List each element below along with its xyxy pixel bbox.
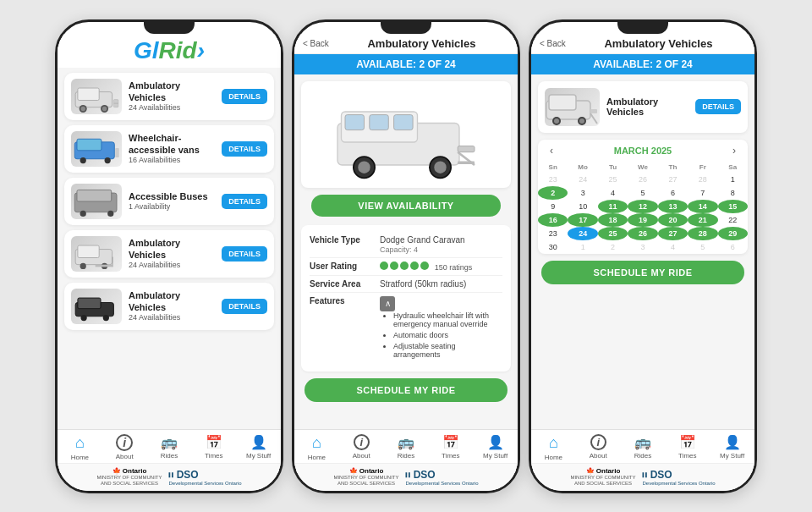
calendar-day[interactable]: 27: [658, 227, 688, 240]
calendar-next[interactable]: ›: [729, 145, 739, 157]
rides-icon: 🚌: [398, 434, 414, 450]
dso-logo: ▌▌ DSO Developmental Services Ontario: [169, 469, 242, 486]
back-button[interactable]: < Back: [540, 39, 566, 48]
calendar-day[interactable]: 3: [628, 240, 657, 254]
details-button[interactable]: DETAILS: [222, 299, 267, 314]
schedule-ride-button[interactable]: SCHEDULE MY RIDE: [304, 378, 508, 402]
ontario-logo: 🍁 Ontario MINISTRY OF COMMUNITY AND SOCI…: [333, 467, 398, 487]
about-icon: i: [116, 434, 133, 451]
calendar-day[interactable]: 5: [688, 240, 717, 254]
calendar-day[interactable]: 2: [538, 186, 568, 200]
weekday-we: We: [628, 162, 657, 173]
calendar-day[interactable]: 28: [688, 173, 717, 186]
calendar-body: 2324252627281234567891011121314151617181…: [538, 173, 748, 254]
calendar-day[interactable]: 1: [718, 173, 748, 186]
svg-rect-21: [95, 264, 112, 267]
calendar-day[interactable]: 25: [598, 227, 628, 240]
nav-rides-label: Rides: [634, 452, 651, 460]
details-button[interactable]: DETAILS: [222, 89, 267, 104]
nav-rides[interactable]: 🚌 Rides: [151, 434, 187, 461]
nav-mystuff[interactable]: 👤 My Stuff: [478, 434, 513, 461]
svg-rect-30: [370, 114, 389, 129]
calendar-day[interactable]: 25: [598, 173, 628, 186]
schedule-ride-button[interactable]: SCHEDULE MY RIDE: [541, 261, 744, 284]
calendar-day[interactable]: 29: [718, 227, 748, 240]
dso-abbr: DSO: [650, 469, 672, 481]
calendar-day[interactable]: 22: [718, 213, 748, 227]
nav-about[interactable]: i About: [343, 434, 379, 461]
calendar-row: 30123456: [538, 240, 748, 254]
vehicle-name: Ambulatory Vehicles: [129, 238, 215, 260]
calendar-day[interactable]: 27: [658, 173, 688, 186]
vehicle-availability: 16 Availabilities: [129, 156, 215, 164]
calendar-day[interactable]: 19: [628, 213, 657, 227]
calendar-day[interactable]: 30: [538, 240, 568, 254]
vehicle-thumbnail: [71, 79, 122, 114]
calendar-day[interactable]: 26: [628, 173, 657, 186]
calendar-day[interactable]: 8: [718, 186, 748, 200]
phone-notch: [144, 22, 195, 34]
calendar-day[interactable]: 13: [658, 200, 688, 213]
features-toggle[interactable]: ∧: [380, 296, 395, 311]
vehicle-thumbnail: [545, 88, 600, 126]
nav-about[interactable]: i About: [107, 434, 142, 461]
calendar-day[interactable]: 3: [568, 186, 597, 200]
calendar-day[interactable]: 23: [538, 173, 568, 186]
calendar-day[interactable]: 9: [538, 200, 568, 213]
calendar-day[interactable]: 1: [568, 240, 597, 254]
feature-item: Hydraulic wheelchair lift with emergency…: [393, 311, 502, 328]
mystuff-icon: 👤: [724, 434, 741, 450]
nav-times[interactable]: 📅 Times: [433, 434, 469, 461]
details-button[interactable]: DETAILS: [222, 246, 267, 262]
view-availability-button[interactable]: VIEW AVAILABILITY: [311, 195, 501, 217]
availability-banner: AVAILABLE: 2 OF 24: [294, 54, 518, 74]
nav-rides[interactable]: 🚌 Rides: [388, 434, 424, 461]
calendar-day[interactable]: 18: [598, 213, 628, 227]
calendar-day[interactable]: 5: [628, 186, 657, 200]
nav-times[interactable]: 📅 Times: [196, 434, 232, 461]
calendar-day[interactable]: 21: [688, 213, 717, 227]
rating-stars: [380, 262, 429, 270]
nav-about[interactable]: i About: [580, 434, 616, 461]
calendar-day[interactable]: 24: [568, 173, 597, 186]
vehicle-availability: 1 Availability: [129, 202, 215, 211]
info-row-rating: User Rating 150 ratings: [310, 258, 502, 276]
calendar-day[interactable]: 14: [688, 200, 717, 213]
nav-home[interactable]: ⌂ Home: [299, 434, 334, 461]
nav-rides[interactable]: 🚌 Rides: [625, 434, 661, 461]
svg-rect-24: [77, 298, 100, 309]
back-button[interactable]: < Back: [303, 39, 329, 48]
nav-mystuff[interactable]: 👤 My Stuff: [241, 434, 277, 461]
calendar-day[interactable]: 17: [568, 213, 597, 227]
calendar-day[interactable]: 7: [688, 186, 717, 200]
calendar-day[interactable]: 4: [658, 240, 688, 254]
calendar-day[interactable]: 26: [628, 227, 657, 240]
calendar-day[interactable]: 20: [658, 213, 688, 227]
details-button[interactable]: DETAILS: [222, 141, 267, 157]
nav-mystuff[interactable]: 👤 My Stuff: [715, 434, 750, 461]
calendar-day[interactable]: 2: [598, 240, 628, 254]
calendar-day[interactable]: 28: [688, 227, 717, 240]
nav-times[interactable]: 📅 Times: [670, 434, 705, 461]
calendar-day[interactable]: 4: [598, 186, 628, 200]
calendar-day[interactable]: 12: [628, 200, 657, 213]
calendar-day[interactable]: 23: [538, 227, 568, 240]
calendar-day[interactable]: 24: [568, 227, 597, 240]
calendar-day[interactable]: 6: [718, 240, 748, 254]
nav-home[interactable]: ⌂ Home: [535, 434, 571, 461]
calendar-day[interactable]: 6: [658, 186, 688, 200]
calendar-day[interactable]: 16: [538, 213, 568, 227]
nav-home[interactable]: ⌂ Home: [62, 434, 97, 461]
svg-rect-45: [590, 109, 597, 113]
calendar-day[interactable]: 15: [718, 200, 748, 213]
calendar-prev[interactable]: ‹: [546, 145, 557, 157]
detail-content: VIEW AVAILABILITY Vehicle Type Dodge Gra…: [294, 74, 518, 429]
calendar-day[interactable]: 11: [598, 200, 628, 213]
calendar-day[interactable]: 10: [568, 200, 597, 213]
details-button[interactable]: DETAILS: [695, 99, 741, 114]
rides-icon: 🚌: [634, 434, 651, 450]
details-button[interactable]: DETAILS: [222, 194, 267, 209]
star-5: [420, 262, 429, 270]
detail-header-bar: < Back Ambulatory Vehicles: [294, 34, 518, 54]
nav-home-label: Home: [71, 454, 89, 461]
